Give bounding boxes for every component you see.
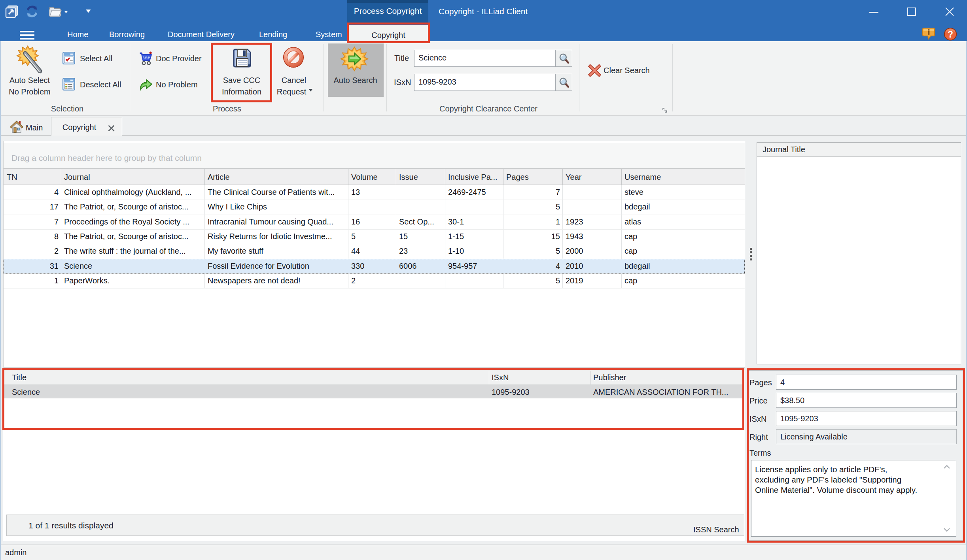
svg-text:?: ? [948,29,953,40]
